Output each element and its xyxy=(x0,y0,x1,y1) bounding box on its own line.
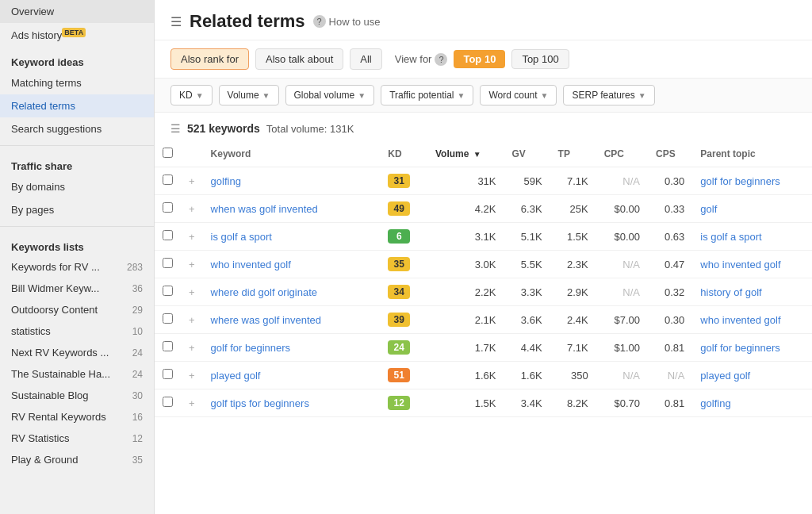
table-row: +golf for beginners241.7K4.4K7.1K$1.000.… xyxy=(155,334,812,362)
sidebar-list-item-kw-bill[interactable]: Bill Widmer Keyw...36 xyxy=(0,278,154,299)
list-item-count: 35 xyxy=(132,455,143,466)
help-icon: ? xyxy=(313,15,326,28)
cps-cell-3: 0.47 xyxy=(648,251,692,278)
table-row: +played golf511.6K1.6K350N/AN/Aplayed go… xyxy=(155,362,812,389)
add-keyword-icon-0[interactable]: + xyxy=(181,167,203,195)
parent-topic-link-1[interactable]: golf xyxy=(700,203,717,215)
keyword-link-0[interactable]: golfing xyxy=(211,175,241,187)
list-item-count: 283 xyxy=(127,262,143,273)
col-header-parent-topic[interactable]: Parent topic xyxy=(692,141,812,167)
sidebar-item-related-terms[interactable]: Related terms xyxy=(0,94,154,117)
add-keyword-icon-8[interactable]: + xyxy=(181,389,203,417)
keyword-link-7[interactable]: played golf xyxy=(211,370,261,382)
sidebar-item-ads-history[interactable]: Ads historyBETA xyxy=(0,23,154,47)
sidebar-list-item-kw-rv[interactable]: Keywords for RV ...283 xyxy=(0,256,154,278)
volume-filter[interactable]: Volume ▼ xyxy=(219,85,279,105)
sidebar-list-item-kw-next-rv[interactable]: Next RV Keywords ...24 xyxy=(0,342,154,363)
col-header-volume[interactable]: Volume ▼ xyxy=(427,141,504,167)
sidebar-item-by-domains[interactable]: By domains xyxy=(0,175,154,198)
keyword-link-2[interactable]: is golf a sport xyxy=(211,231,272,243)
add-keyword-icon-3[interactable]: + xyxy=(181,251,203,278)
table-row: +is golf a sport63.1K5.1K1.5K$0.000.63is… xyxy=(155,223,812,251)
parent-topic-link-7[interactable]: played golf xyxy=(700,370,750,382)
tp-cell-5: 2.4K xyxy=(550,306,596,334)
row-checkbox-0[interactable] xyxy=(163,175,173,185)
global-volume-filter[interactable]: Global volume ▼ xyxy=(285,85,375,105)
all-tab[interactable]: All xyxy=(350,48,381,70)
col-header-tp[interactable]: TP xyxy=(550,141,596,167)
parent-topic-link-3[interactable]: who invented golf xyxy=(700,259,780,270)
cps-cell-4: 0.32 xyxy=(648,278,692,306)
row-checkbox-1[interactable] xyxy=(163,202,173,213)
sidebar-list-item-kw-play-ground[interactable]: Play & Ground35 xyxy=(0,449,154,470)
sidebar-list-item-kw-sustainable-blog[interactable]: Sustainable Blog30 xyxy=(0,385,154,406)
sidebar-item-overview[interactable]: Overview xyxy=(0,0,154,23)
sidebar-list-item-kw-outdoorsy[interactable]: Outdoorsy Content29 xyxy=(0,299,154,320)
table-row: +who invented golf353.0K5.5K2.3KN/A0.47w… xyxy=(155,251,812,278)
word-count-filter[interactable]: Word count ▼ xyxy=(480,85,557,105)
row-checkbox-6[interactable] xyxy=(163,341,173,351)
row-checkbox-5[interactable] xyxy=(163,313,173,324)
tp-cell-2: 1.5K xyxy=(550,223,596,251)
keyword-link-4[interactable]: where did golf originate xyxy=(211,286,317,298)
add-keyword-icon-5[interactable]: + xyxy=(181,306,203,334)
tp-cell-6: 7.1K xyxy=(550,334,596,362)
keyword-link-6[interactable]: golf for beginners xyxy=(211,342,290,354)
top-10-tab[interactable]: Top 10 xyxy=(454,50,505,68)
gv-cell-4: 3.3K xyxy=(504,278,550,306)
col-header-gv[interactable]: GV xyxy=(504,141,550,167)
hamburger-icon[interactable]: ☰ xyxy=(170,14,182,29)
list-item-count: 12 xyxy=(132,433,143,444)
parent-topic-link-2[interactable]: is golf a sport xyxy=(700,231,761,243)
keyword-link-5[interactable]: where was golf invented xyxy=(211,314,321,326)
row-checkbox-8[interactable] xyxy=(163,397,173,407)
parent-topic-link-4[interactable]: history of golf xyxy=(700,286,761,298)
cps-cell-1: 0.33 xyxy=(648,195,692,223)
sidebar-list-item-kw-rv-rental[interactable]: RV Rental Keywords16 xyxy=(0,406,154,428)
parent-topic-link-0[interactable]: golf for beginners xyxy=(700,175,779,187)
top-100-tab[interactable]: Top 100 xyxy=(511,49,569,69)
parent-topic-link-6[interactable]: golf for beginners xyxy=(700,342,779,354)
list-item-label: RV Statistics xyxy=(11,432,69,444)
sidebar-list-item-kw-statistics[interactable]: statistics10 xyxy=(0,320,154,342)
list-item-count: 16 xyxy=(132,412,143,423)
keyword-link-1[interactable]: when was golf invented xyxy=(211,203,318,215)
keyword-link-3[interactable]: who invented golf xyxy=(211,259,291,270)
row-checkbox-3[interactable] xyxy=(163,258,173,268)
add-keyword-icon-4[interactable]: + xyxy=(181,278,203,306)
col-header-keyword[interactable]: Keyword xyxy=(203,141,381,167)
sidebar-list-item-kw-rv-statistics[interactable]: RV Statistics12 xyxy=(0,428,154,449)
add-keyword-icon-2[interactable]: + xyxy=(181,223,203,251)
keyword-link-8[interactable]: golf tips for beginners xyxy=(211,397,309,409)
add-keyword-icon-6[interactable]: + xyxy=(181,334,203,362)
sidebar-item-by-pages[interactable]: By pages xyxy=(0,198,154,221)
parent-topic-link-8[interactable]: golfing xyxy=(700,397,730,409)
cps-cell-2: 0.63 xyxy=(648,223,692,251)
also-rank-for-tab[interactable]: Also rank for xyxy=(170,48,249,70)
help-link[interactable]: ? How to use xyxy=(313,15,381,28)
volume-cell-7: 1.6K xyxy=(427,362,504,389)
cpc-cell-2: $0.00 xyxy=(596,223,648,251)
list-item-label: Play & Ground xyxy=(11,454,79,466)
traffic-potential-filter[interactable]: Traffic potential ▼ xyxy=(381,85,473,105)
also-talk-about-tab[interactable]: Also talk about xyxy=(255,48,343,70)
sidebar-list-item-kw-sustainable-ha[interactable]: The Sustainable Ha...24 xyxy=(0,363,154,385)
table-row: +where was golf invented392.1K3.6K2.4K$7… xyxy=(155,306,812,334)
wc-dropdown-arrow: ▼ xyxy=(541,91,549,100)
parent-topic-link-5[interactable]: who invented golf xyxy=(700,314,780,326)
row-checkbox-7[interactable] xyxy=(163,369,173,379)
add-keyword-icon-1[interactable]: + xyxy=(181,195,203,223)
kd-filter[interactable]: KD ▼ xyxy=(170,85,213,105)
col-header-cps[interactable]: CPS xyxy=(648,141,692,167)
col-header-kd[interactable]: KD xyxy=(380,141,427,167)
keyword-ideas-title: Keyword ideas xyxy=(0,47,154,71)
col-header-cpc[interactable]: CPC xyxy=(596,141,648,167)
serp-features-filter[interactable]: SERP features ▼ xyxy=(563,85,654,105)
add-keyword-icon-7[interactable]: + xyxy=(181,362,203,389)
list-item-count: 36 xyxy=(132,283,143,294)
sidebar-item-matching-terms[interactable]: Matching terms xyxy=(0,71,154,94)
row-checkbox-4[interactable] xyxy=(163,286,173,296)
select-all-checkbox[interactable] xyxy=(163,148,173,158)
sidebar-item-search-suggestions[interactable]: Search suggestions xyxy=(0,117,154,140)
row-checkbox-2[interactable] xyxy=(163,230,173,240)
